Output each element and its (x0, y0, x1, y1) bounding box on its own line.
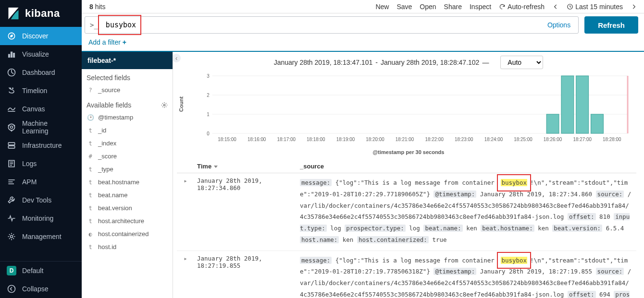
search-options-button[interactable]: Options (540, 17, 578, 33)
row-time: January 28th 2019, 18:27:19.855 (194, 255, 297, 298)
collapse-label: Collapse (22, 285, 48, 293)
new-button[interactable]: New (375, 3, 389, 11)
available-field-_score[interactable]: #_score (82, 150, 173, 163)
svg-rect-4 (11, 52, 12, 58)
sidebar: kibana DiscoverVisualizeDashboardTimelio… (0, 0, 82, 298)
logs-icon (7, 159, 16, 168)
sidebar-item-infrastructure[interactable]: Infrastructure (0, 136, 82, 155)
sidebar-item-discover[interactable]: Discover (0, 27, 82, 45)
table-row: ▸ January 28th 2019, 18:27:34.860 messag… (177, 173, 636, 251)
apm-icon (7, 177, 16, 187)
x-axis-label: @timestamp per 30 seconds (173, 149, 644, 160)
sidebar-item-dashboard[interactable]: Dashboard (0, 63, 82, 82)
available-field-host-id[interactable]: thost.id (82, 240, 173, 253)
expand-row-icon[interactable]: ▸ (177, 177, 194, 246)
refresh-button[interactable]: Refresh (584, 16, 638, 34)
selected-field-_source[interactable]: ?_source (82, 83, 173, 96)
collapse-sidebar[interactable]: Collapse (0, 280, 82, 298)
time-forward-icon[interactable] (631, 3, 637, 10)
available-fields-heading: Available fields (82, 96, 173, 111)
y-axis-label: Count (178, 96, 184, 112)
management-icon (7, 232, 16, 241)
source-column-header[interactable]: _source (297, 163, 636, 170)
interval-select[interactable]: Auto (500, 56, 543, 69)
space-switcher[interactable]: D Default (0, 262, 82, 280)
annotation-box-2: busybox (497, 174, 531, 191)
collapse-icon (7, 284, 16, 294)
svg-rect-5 (13, 53, 14, 58)
row-source: message: {"log":"This is a log message f… (297, 177, 632, 246)
refresh-icon (499, 3, 506, 10)
svg-text:18:15:00: 18:15:00 (218, 137, 236, 142)
add-filter-button[interactable]: Add a filter (88, 38, 126, 46)
svg-text:18:24:00: 18:24:00 (484, 137, 503, 142)
sidebar-item-ml[interactable]: Machine Learning (0, 118, 82, 136)
svg-point-11 (8, 124, 14, 130)
fields-panel: filebeat-* Selected fields ?_source Avai… (82, 52, 173, 298)
field-type-icon: t (87, 218, 94, 225)
available-field-_id[interactable]: t_id (82, 124, 173, 137)
svg-marker-2 (11, 35, 13, 37)
doc-table-header: Time _source (177, 160, 636, 173)
timelion-icon (7, 86, 16, 95)
ml-icon (7, 122, 16, 132)
time-column-header[interactable]: Time (194, 163, 297, 170)
field-type-icon: ? (87, 87, 94, 94)
annotation-box-3: busybox (497, 252, 531, 269)
available-field-_index[interactable]: t_index (82, 137, 173, 150)
inspect-button[interactable]: Inspect (470, 3, 491, 11)
index-pattern-selector[interactable]: filebeat-* (82, 52, 173, 69)
field-type-icon: # (87, 153, 94, 160)
field-type-icon: t (87, 140, 94, 147)
svg-text:18:27:00: 18:27:00 (573, 137, 592, 142)
available-field-host-architecture[interactable]: thost.architecture (82, 215, 173, 227)
search-input[interactable] (103, 17, 540, 33)
svg-rect-53 (591, 114, 604, 133)
sidebar-item-apm[interactable]: APM (0, 173, 82, 191)
sidebar-item-management[interactable]: Management (0, 227, 82, 246)
available-field-beat-name[interactable]: tbeat.name (82, 189, 173, 202)
svg-point-25 (8, 286, 15, 293)
sidebar-item-monitoring[interactable]: Monitoring (0, 209, 82, 227)
sidebar-item-timelion[interactable]: Timelion (0, 82, 82, 100)
expand-row-icon[interactable]: ▸ (177, 255, 194, 298)
sidebar-item-devtools[interactable]: Dev Tools (0, 191, 82, 209)
svg-point-8 (12, 88, 13, 89)
time-range-display: January 28th 2019, 18:13:47.101-January … (173, 52, 644, 73)
auto-refresh-button[interactable]: Auto-refresh (499, 3, 545, 11)
dashboard-icon (7, 68, 16, 77)
time-back-icon[interactable] (552, 3, 559, 10)
save-button[interactable]: Save (396, 3, 412, 11)
visualize-icon (7, 49, 16, 59)
available-field-beat-hostname[interactable]: tbeat.hostname (82, 176, 173, 189)
gear-icon[interactable] (161, 102, 168, 108)
field-type-icon: t (87, 166, 94, 173)
clock-icon (567, 3, 573, 10)
filter-row: Add a filter (82, 36, 644, 52)
svg-rect-50 (546, 114, 559, 133)
available-field--timestamp[interactable]: 🕑@timestamp (82, 111, 173, 124)
sidebar-item-canvas[interactable]: Canvas (0, 100, 82, 118)
devtools-icon (7, 195, 16, 205)
available-field-beat-version[interactable]: tbeat.version (82, 202, 173, 215)
svg-text:3: 3 (207, 73, 210, 79)
sidebar-item-visualize[interactable]: Visualize (0, 45, 82, 63)
field-type-icon: t (87, 205, 94, 212)
svg-rect-52 (576, 76, 589, 133)
hit-count: 8 hits (85, 3, 105, 11)
histogram-chart[interactable]: 012318:15:0018:16:0018:17:0018:18:0018:1… (202, 73, 630, 145)
share-button[interactable]: Share (444, 3, 462, 11)
sidebar-item-logs[interactable]: Logs (0, 155, 82, 173)
available-field-_type[interactable]: t_type (82, 163, 173, 176)
row-time: January 28th 2019, 18:27:34.860 (194, 177, 297, 246)
svg-text:18:20:00: 18:20:00 (366, 137, 384, 142)
time-range-button[interactable]: Last 15 minutes (567, 3, 623, 11)
svg-text:1: 1 (207, 112, 210, 117)
space-badge: D (7, 266, 16, 275)
svg-point-27 (163, 104, 165, 106)
open-button[interactable]: Open (420, 3, 436, 11)
logo[interactable]: kibana (0, 0, 82, 27)
space-label: Default (22, 267, 43, 274)
available-field-host-containerized[interactable]: ◐host.containerized (82, 227, 173, 240)
documents-area: ‹ January 28th 2019, 18:13:47.101-Januar… (173, 52, 644, 298)
